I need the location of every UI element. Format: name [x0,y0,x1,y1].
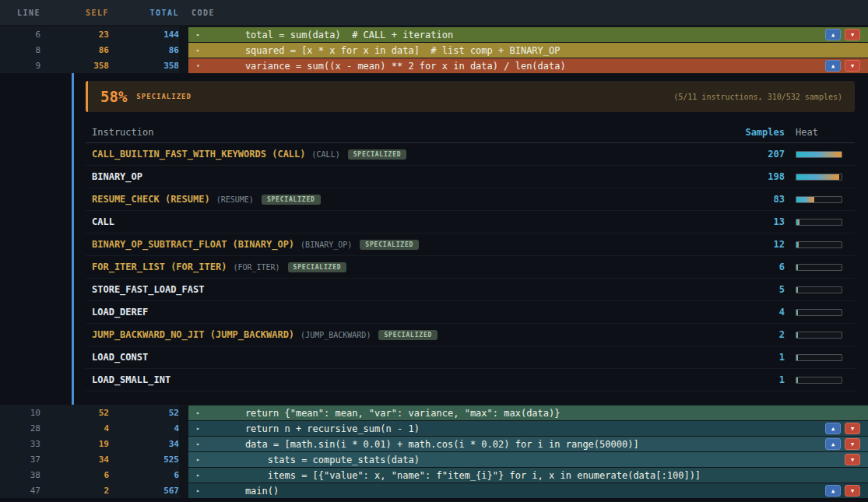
instruction-samples: 83 [722,194,785,205]
expand-triangle-icon[interactable]: ▾ [196,62,206,69]
source-code: squared = [x * x for x in data] # list c… [223,45,560,56]
code-heat-bar[interactable]: ▸ squared = [x * x for x in data] # list… [188,43,868,58]
expand-triangle-icon[interactable]: ▸ [196,409,206,416]
specialized-percent-label: SPECIALIZED [136,93,192,100]
heat-bar-track [796,309,842,316]
instruction-row: LOAD_CONST 1 [86,346,855,369]
code-line-row: 28 4 4 ▸ return n + recursive_sum(n - 1)… [0,420,868,436]
code-heat-bar[interactable]: ▸ stats = compute_stats(data) ▲ ▼ [188,452,868,467]
heat-column-header: Heat [796,127,855,138]
self-samples: 2 [40,486,109,496]
instruction-row: BINARY_OP_SUBTRACT_FLOAT (BINARY_OP) (BI… [86,233,855,256]
total-samples: 144 [109,30,179,40]
navigate-up-button[interactable]: ▲ [825,60,841,72]
expand-triangle-icon[interactable]: ▸ [196,441,206,448]
line-number: 9 [0,61,40,71]
code-heat-bar[interactable]: ▸ total = sum(data) # CALL + iteration ▲… [188,27,868,42]
instruction-samples: 5 [722,284,785,295]
code-rows-top: 6 23 144 ▸ total = sum(data) # CALL + it… [0,26,868,73]
navigate-up-button[interactable]: ▲ [825,485,841,497]
expand-triangle-icon[interactable]: ▸ [196,472,206,479]
expand-triangle-icon[interactable]: ▸ [196,425,206,432]
instruction-base-name: (JUMP_BACKWARD) [300,331,371,339]
line-number: 37 [0,455,40,465]
heat-bar-track [796,264,842,271]
instruction-samples: 198 [722,171,785,182]
heat-bar-track [796,219,842,226]
instruction-base-name: (CALL) [312,150,340,159]
heat-bar-fill [796,310,798,315]
instruction-samples: 6 [722,262,785,272]
navigate-up-button[interactable]: ▲ [825,438,841,450]
heat-bar-fill [796,355,798,360]
heat-bar-track [796,354,842,361]
navigate-down-button[interactable]: ▼ [845,438,860,450]
code-heat-bar[interactable]: ▾ variance = sum((x - mean) ** 2 for x i… [188,58,868,73]
navigate-up-button[interactable]: ▲ [825,29,841,40]
code-rows-bottom: 10 52 52 ▸ return {"mean": mean, "var": … [0,405,868,498]
self-samples: 358 [40,61,109,71]
expand-triangle-icon[interactable]: ▸ [196,31,206,38]
self-samples: 52 [40,408,109,418]
expand-triangle-icon[interactable]: ▸ [196,456,206,463]
heat-bar [796,332,855,339]
column-header-line: LINE [0,9,40,17]
specialized-badge: SPECIALIZED [348,149,407,160]
instruction-name: BINARY_OP_SUBTRACT_FLOAT (BINARY_OP) [92,239,294,250]
total-samples: 567 [109,486,179,496]
source-code: main() [223,486,279,497]
instruction-row: CALL 13 [86,211,855,233]
instruction-samples: 4 [722,307,785,318]
column-header-code: CODE [179,9,868,17]
navigate-down-button[interactable]: ▼ [845,454,860,465]
source-code: return {"mean": mean, "var": variance, "… [223,408,560,419]
heat-bar-track [796,241,842,248]
instruction-name: LOAD_CONST [92,352,148,363]
heat-bar-fill [796,152,842,157]
code-line-row: 6 23 144 ▸ total = sum(data) # CALL + it… [0,26,868,42]
navigate-up-button[interactable]: ▲ [825,423,841,434]
code-line-row: 37 34 525 ▸ stats = compute_stats(data) … [0,451,868,467]
total-samples: 52 [109,408,179,418]
code-heat-bar[interactable]: ▸ return n + recursive_sum(n - 1) ▲ ▼ [188,421,868,436]
instruction-samples: 12 [722,239,785,250]
total-samples: 34 [109,439,179,449]
instruction-name: LOAD_SMALL_INT [92,374,170,385]
instruction-name: STORE_FAST_LOAD_FAST [92,284,205,295]
expand-triangle-icon[interactable]: ▸ [196,487,206,494]
specialization-summary-text: (5/11 instructions, 310/532 samples) [673,93,842,101]
instruction-row: FOR_ITER_LIST (FOR_ITER) (FOR_ITER) SPEC… [86,256,855,279]
expansion-connector-line [72,73,74,405]
heat-bar [796,309,855,316]
navigate-down-button[interactable]: ▼ [845,29,860,40]
code-heat-bar[interactable]: ▸ items = [{"value": x, "name": f"item_{… [188,468,868,483]
code-heat-bar[interactable]: ▸ main() ▲ ▼ [188,483,868,498]
instruction-row: JUMP_BACKWARD_NO_JIT (JUMP_BACKWARD) (JU… [86,324,855,346]
instruction-base-name: (RESUME) [216,195,254,204]
code-line-row: 33 19 34 ▸ data = [math.sin(i * 0.01) + … [0,436,868,451]
instruction-name: BINARY_OP [92,171,142,182]
expanded-line-detail: 58% SPECIALIZED (5/11 instructions, 310/… [0,73,868,405]
navigate-down-button[interactable]: ▼ [845,60,860,72]
instruction-row: LOAD_SMALL_INT 1 [86,369,855,391]
heat-bar-track [796,377,842,384]
instruction-column-header: Instruction [86,127,722,138]
code-heat-bar[interactable]: ▸ return {"mean": mean, "var": variance,… [188,405,868,420]
heat-bar [796,264,855,271]
line-number: 33 [0,439,40,449]
code-line-row: 9 358 358 ▾ variance = sum((x - mean) **… [0,58,868,73]
code-heat-bar[interactable]: ▸ data = [math.sin(i * 0.01) + math.cos(… [188,437,868,451]
line-number: 10 [0,408,40,418]
heat-bar-fill [796,287,798,293]
expand-triangle-icon[interactable]: ▸ [196,47,206,54]
heat-bar-fill [796,265,798,270]
heat-bar [796,219,855,226]
instruction-samples: 2 [722,329,785,340]
heat-bar [796,196,855,203]
navigate-down-button[interactable]: ▼ [845,485,860,497]
line-number: 28 [0,423,40,434]
self-samples: 4 [40,423,109,434]
navigate-down-button[interactable]: ▼ [845,423,860,434]
specialization-summary-banner: 58% SPECIALIZED (5/11 instructions, 310/… [86,81,855,112]
self-samples: 19 [40,439,109,449]
